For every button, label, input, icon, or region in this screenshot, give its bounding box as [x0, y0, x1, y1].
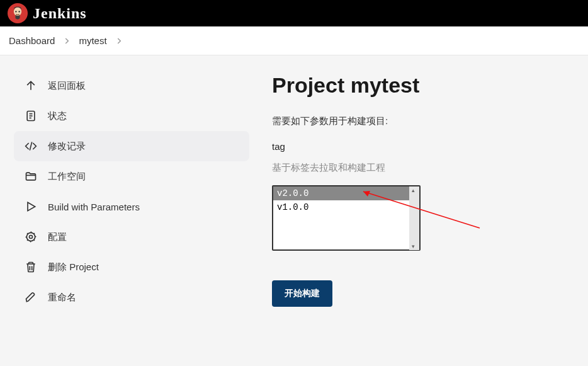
- svg-line-9: [30, 142, 31, 150]
- svg-point-2: [15, 11, 16, 12]
- sidebar-item-workspace[interactable]: 工作空间: [14, 161, 249, 192]
- build-button[interactable]: 开始构建: [272, 280, 332, 307]
- play-icon: [24, 200, 38, 214]
- param-intro: 需要如下参数用于构建项目:: [272, 115, 568, 127]
- chevron-right-icon: [115, 37, 123, 45]
- breadcrumb: Dashboard mytest: [0, 26, 588, 55]
- sidebar-item-label: 返回面板: [48, 80, 86, 92]
- sidebar-item-build-params[interactable]: Build with Parameters: [14, 192, 249, 222]
- sidebar-item-rename[interactable]: 重命名: [14, 282, 249, 312]
- svg-point-12: [30, 236, 33, 239]
- pencil-icon: [24, 290, 38, 304]
- sidebar-item-label: Build with Parameters: [48, 202, 140, 212]
- param-name: tag: [272, 141, 568, 152]
- sidebar-item-status[interactable]: 状态: [14, 101, 249, 131]
- param-description: 基于标签去拉取和构建工程: [272, 162, 568, 174]
- chevron-right-icon: [62, 37, 71, 45]
- sidebar-item-changes[interactable]: 修改记录: [14, 131, 249, 161]
- svg-marker-11: [28, 202, 35, 210]
- gear-icon: [24, 230, 38, 244]
- note-icon: [24, 109, 38, 123]
- top-bar: Jenkins: [0, 0, 588, 26]
- breadcrumb-dashboard[interactable]: Dashboard: [9, 35, 55, 46]
- sidebar-item-delete[interactable]: 删除 Project: [14, 252, 249, 282]
- tag-select[interactable]: v2.0.0v1.0.0: [272, 185, 421, 251]
- trash-icon: [24, 260, 38, 274]
- main-panel: Project mytest 需要如下参数用于构建项目: tag 基于标签去拉取…: [252, 55, 588, 366]
- brand-text: Jenkins: [33, 5, 87, 22]
- sidebar: 返回面板 状态 修改记录 工作空间 Build with Parameters …: [0, 55, 252, 366]
- sidebar-item-label: 配置: [48, 231, 67, 243]
- arrow-up-icon: [24, 79, 38, 93]
- main-layout: 返回面板 状态 修改记录 工作空间 Build with Parameters …: [0, 55, 588, 366]
- sidebar-item-label: 工作空间: [48, 171, 86, 183]
- sidebar-item-label: 重命名: [48, 292, 76, 304]
- sidebar-item-label: 状态: [48, 110, 67, 122]
- sidebar-item-configure[interactable]: 配置: [14, 222, 249, 252]
- breadcrumb-project[interactable]: mytest: [79, 35, 106, 46]
- code-icon: [24, 139, 38, 153]
- sidebar-item-label: 删除 Project: [48, 261, 99, 273]
- page-title: Project mytest: [272, 73, 568, 98]
- sidebar-item-label: 修改记录: [48, 140, 86, 152]
- sidebar-item-back[interactable]: 返回面板: [14, 71, 249, 101]
- jenkins-logo-icon[interactable]: [8, 3, 28, 23]
- svg-point-13: [26, 232, 35, 241]
- folder-icon: [24, 169, 38, 183]
- tag-select-wrap: v2.0.0v1.0.0: [272, 185, 421, 251]
- svg-point-3: [18, 11, 20, 12]
